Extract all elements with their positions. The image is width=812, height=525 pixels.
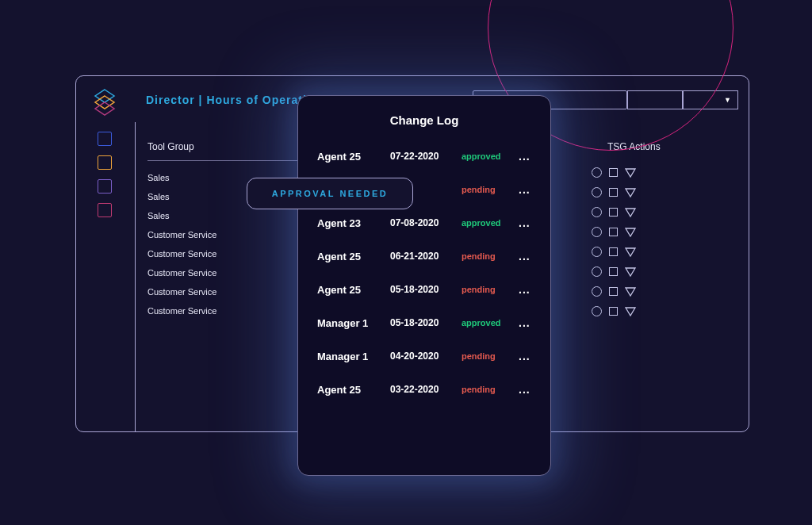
sidebar-square-3[interactable] <box>98 179 112 194</box>
tsg-action-row <box>592 286 636 297</box>
log-date: 07-22-2020 <box>390 151 454 162</box>
change-log-row: Manager 104-20-2020pending... <box>317 339 531 373</box>
tsg-action-row <box>592 247 636 257</box>
change-log-row: Agent 2505-18-2020pending... <box>317 273 531 306</box>
log-status: approved <box>462 151 511 161</box>
circle-icon[interactable] <box>592 207 602 217</box>
approval-needed-badge[interactable]: APPROVAL NEEDED <box>247 178 413 209</box>
square-icon[interactable] <box>609 168 618 177</box>
change-log-row: Agent 2506-21-2020pending... <box>317 240 531 273</box>
svg-marker-7 <box>626 248 635 256</box>
list-item[interactable]: Customer Service <box>147 225 216 244</box>
log-agent: Agent 25 <box>317 251 382 262</box>
log-status: pending <box>462 351 511 361</box>
triangle-down-icon[interactable] <box>625 307 636 316</box>
circle-icon[interactable] <box>592 187 602 197</box>
tsg-action-row <box>592 207 636 217</box>
change-log-row: Agent 2503-22-2020pending... <box>317 373 531 406</box>
more-icon[interactable]: ... <box>519 150 530 163</box>
sidebar-divider <box>135 122 136 431</box>
log-agent: Agent 25 <box>317 151 382 163</box>
triangle-down-icon[interactable] <box>625 168 636 178</box>
circle-icon[interactable] <box>592 167 602 178</box>
chevron-down-icon: ▼ <box>724 96 731 104</box>
square-icon[interactable] <box>609 247 618 256</box>
triangle-down-icon[interactable] <box>625 208 636 217</box>
svg-marker-10 <box>626 308 635 316</box>
triangle-down-icon[interactable] <box>625 228 636 237</box>
more-icon[interactable]: ... <box>519 183 530 196</box>
triangle-down-icon[interactable] <box>625 267 636 277</box>
list-item[interactable]: Customer Service <box>147 282 216 301</box>
more-icon[interactable]: ... <box>519 250 530 262</box>
tsg-action-row <box>592 167 636 178</box>
log-agent: Agent 25 <box>317 284 382 296</box>
tool-group-list: Sales Sales Sales Customer Service Custo… <box>147 168 216 320</box>
svg-marker-3 <box>626 169 635 177</box>
triangle-down-icon[interactable] <box>625 188 636 197</box>
more-icon[interactable]: ... <box>519 217 530 229</box>
log-date: 04-20-2020 <box>390 351 454 362</box>
change-log-row: Agent 2507-22-2020approved... <box>317 140 531 173</box>
square-icon[interactable] <box>609 188 618 197</box>
more-icon[interactable]: ... <box>519 350 530 362</box>
square-icon[interactable] <box>609 228 618 236</box>
list-item[interactable]: Customer Service <box>147 244 216 263</box>
log-agent: Agent 23 <box>317 217 382 229</box>
log-date: 05-18-2020 <box>390 317 454 328</box>
log-status: pending <box>462 251 511 261</box>
circle-icon[interactable] <box>592 266 602 277</box>
circle-icon[interactable] <box>592 306 602 316</box>
log-date: 06-21-2020 <box>390 251 454 262</box>
more-icon[interactable]: ... <box>519 316 530 329</box>
log-agent: Manager 1 <box>317 317 382 329</box>
tsg-action-row <box>592 187 636 197</box>
list-item[interactable]: Sales <box>147 168 216 187</box>
log-date: 03-22-2020 <box>390 384 454 395</box>
log-agent: Manager 1 <box>317 351 382 362</box>
svg-marker-5 <box>626 209 635 217</box>
circle-icon[interactable] <box>592 247 602 257</box>
svg-marker-6 <box>626 228 635 236</box>
log-status: approved <box>462 318 511 328</box>
log-date: 07-08-2020 <box>390 217 454 228</box>
tool-group-divider <box>147 160 298 161</box>
log-status: pending <box>462 185 511 194</box>
change-log-title: Change Log <box>317 113 531 127</box>
square-icon[interactable] <box>609 208 618 217</box>
change-log-row: Agent 2307-08-2020approved... <box>317 206 531 240</box>
square-icon[interactable] <box>609 267 618 276</box>
log-date: 05-18-2020 <box>390 284 454 295</box>
triangle-down-icon[interactable] <box>625 247 636 257</box>
change-log-row: Manager 105-18-2020approved... <box>317 306 531 339</box>
list-item[interactable]: Customer Service <box>147 263 216 282</box>
change-log-panel: Change Log Agent 2507-22-2020approved...… <box>297 95 551 476</box>
svg-marker-8 <box>626 268 635 276</box>
sidebar-square-1[interactable] <box>98 132 112 146</box>
svg-marker-9 <box>626 288 635 296</box>
square-icon[interactable] <box>609 307 618 316</box>
log-status: approved <box>462 218 511 228</box>
list-item[interactable]: Customer Service <box>147 301 216 320</box>
tsg-action-row <box>592 227 636 237</box>
log-agent: Agent 25 <box>317 384 382 396</box>
square-icon[interactable] <box>609 287 618 296</box>
tsg-actions-list <box>592 167 636 316</box>
log-status: pending <box>462 385 511 394</box>
svg-marker-4 <box>626 189 635 197</box>
sidebar-square-4[interactable] <box>98 203 112 217</box>
tsg-action-row <box>592 266 636 277</box>
more-icon[interactable]: ... <box>519 283 530 296</box>
circle-icon[interactable] <box>592 286 602 297</box>
sidebar-square-2[interactable] <box>98 155 112 170</box>
log-status: pending <box>462 285 511 294</box>
triangle-down-icon[interactable] <box>625 287 636 297</box>
more-icon[interactable]: ... <box>519 383 530 396</box>
circle-icon[interactable] <box>592 227 602 237</box>
app-logo <box>90 88 119 117</box>
list-item[interactable]: Sales <box>147 206 216 225</box>
tool-group-header: Tool Group <box>147 141 194 152</box>
list-item[interactable]: Sales <box>147 187 216 206</box>
tsg-action-row <box>592 306 636 316</box>
